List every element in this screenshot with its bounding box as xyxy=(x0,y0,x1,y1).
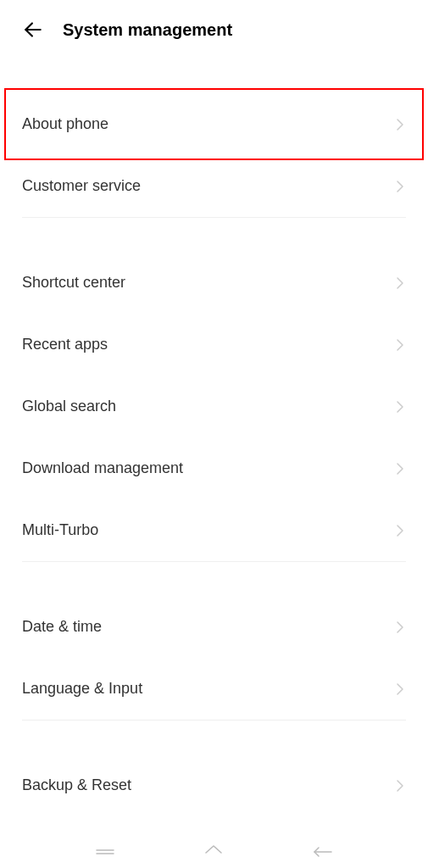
chevron-right-icon xyxy=(394,780,406,792)
item-label: About phone xyxy=(22,115,108,133)
home-icon xyxy=(203,844,224,860)
item-multi-turbo[interactable]: Multi-Turbo xyxy=(0,499,428,561)
recent-apps-icon xyxy=(95,849,115,854)
item-about-phone[interactable]: About phone xyxy=(0,93,428,155)
navigation-bar xyxy=(0,836,428,868)
chevron-right-icon xyxy=(394,525,406,537)
item-label: Download management xyxy=(22,459,183,477)
nav-recent-button[interactable] xyxy=(92,843,118,860)
divider xyxy=(22,217,406,218)
item-global-search[interactable]: Global search xyxy=(0,376,428,437)
item-label: Customer service xyxy=(22,177,141,195)
item-language-input[interactable]: Language & Input xyxy=(0,658,428,720)
item-backup-reset[interactable]: Backup & Reset xyxy=(0,754,428,816)
chevron-right-icon xyxy=(394,683,406,695)
nav-home-button[interactable] xyxy=(201,843,226,860)
item-label: Language & Input xyxy=(22,680,142,698)
item-date-time[interactable]: Date & time xyxy=(0,596,428,658)
item-label: Recent apps xyxy=(22,336,108,353)
item-download-management[interactable]: Download management xyxy=(0,437,428,499)
item-label: Global search xyxy=(22,398,116,415)
item-label: Multi-Turbo xyxy=(22,521,98,539)
chevron-right-icon xyxy=(394,119,406,131)
divider xyxy=(22,561,406,562)
chevron-right-icon xyxy=(394,401,406,413)
nav-back-button[interactable] xyxy=(310,843,336,860)
section-4: Backup & Reset xyxy=(0,754,428,816)
item-shortcut-center[interactable]: Shortcut center xyxy=(0,252,428,314)
chevron-right-icon xyxy=(394,181,406,192)
section-3: Date & time Language & Input xyxy=(0,596,428,720)
arrow-left-icon xyxy=(22,19,44,41)
item-customer-service[interactable]: Customer service xyxy=(0,155,428,217)
item-label: Date & time xyxy=(22,618,102,636)
chevron-right-icon xyxy=(394,339,406,351)
chevron-right-icon xyxy=(394,621,406,633)
chevron-right-icon xyxy=(394,277,406,289)
item-label: Shortcut center xyxy=(22,274,125,292)
item-label: Backup & Reset xyxy=(22,776,131,794)
item-recent-apps[interactable]: Recent apps xyxy=(0,314,428,376)
header: System management xyxy=(0,0,428,59)
section-1: About phone Customer service xyxy=(0,93,428,217)
section-2: Shortcut center Recent apps Global searc… xyxy=(0,252,428,561)
page-title: System management xyxy=(63,20,232,40)
chevron-right-icon xyxy=(394,463,406,475)
back-icon xyxy=(313,846,333,858)
back-button[interactable] xyxy=(22,19,44,41)
divider xyxy=(22,720,406,721)
